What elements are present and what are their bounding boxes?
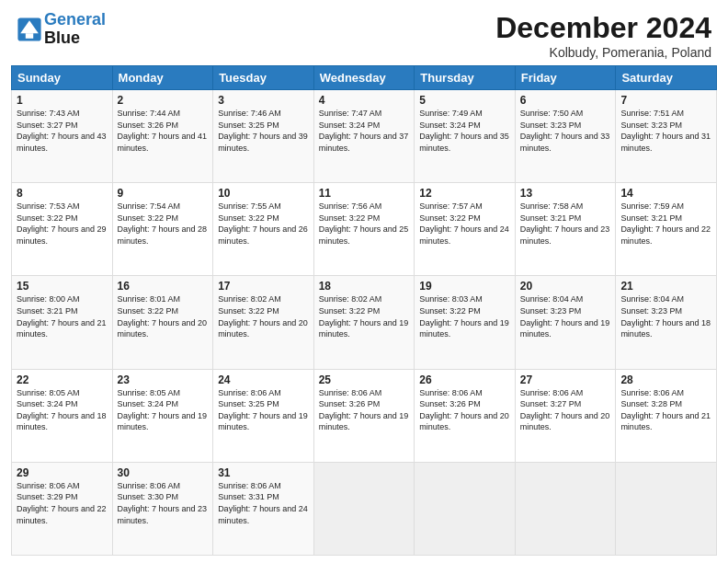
day-number: 21: [620, 280, 711, 293]
day-cell: 23 Sunrise: 8:05 AM Sunset: 3:24 PM Dayl…: [112, 369, 213, 462]
day-number: 19: [419, 280, 510, 293]
day-info: Sunrise: 8:04 AM Sunset: 3:23 PM Dayligh…: [620, 294, 711, 339]
day-cell: 13 Sunrise: 7:58 AM Sunset: 3:21 PM Dayl…: [515, 183, 616, 276]
day-number: 18: [319, 280, 410, 293]
day-info: Sunrise: 7:44 AM Sunset: 3:26 PM Dayligh…: [118, 109, 208, 153]
day-cell: 3 Sunrise: 7:46 AM Sunset: 3:25 PM Dayli…: [213, 90, 314, 183]
title-block: December 2024 Kolbudy, Pomerania, Poland: [495, 11, 711, 60]
day-number: 28: [620, 373, 711, 386]
day-cell: 15 Sunrise: 8:00 AM Sunset: 3:21 PM Dayl…: [12, 276, 113, 369]
header-row: SundayMondayTuesdayWednesdayThursdayFrid…: [12, 66, 717, 90]
logo-blue: Blue: [44, 29, 80, 47]
day-cell: 31 Sunrise: 8:06 AM Sunset: 3:31 PM Dayl…: [213, 462, 314, 555]
day-cell: 16 Sunrise: 8:01 AM Sunset: 3:22 PM Dayl…: [112, 276, 213, 369]
day-cell: 12 Sunrise: 7:57 AM Sunset: 3:22 PM Dayl…: [415, 183, 516, 276]
day-info: Sunrise: 8:02 AM Sunset: 3:22 PM Dayligh…: [319, 294, 409, 339]
day-cell: 19 Sunrise: 8:03 AM Sunset: 3:22 PM Dayl…: [415, 276, 516, 369]
location: Kolbudy, Pomerania, Poland: [495, 45, 711, 60]
day-cell: 29 Sunrise: 8:06 AM Sunset: 3:29 PM Dayl…: [12, 462, 113, 555]
day-cell: [415, 462, 516, 555]
day-info: Sunrise: 7:58 AM Sunset: 3:21 PM Dayligh…: [520, 201, 610, 246]
day-cell: 4 Sunrise: 7:47 AM Sunset: 3:24 PM Dayli…: [313, 90, 415, 183]
day-number: 5: [419, 94, 510, 107]
day-info: Sunrise: 7:51 AM Sunset: 3:23 PM Dayligh…: [620, 109, 711, 153]
day-info: Sunrise: 8:04 AM Sunset: 3:23 PM Dayligh…: [520, 294, 610, 339]
day-info: Sunrise: 7:55 AM Sunset: 3:22 PM Dayligh…: [218, 201, 308, 246]
day-info: Sunrise: 8:06 AM Sunset: 3:27 PM Dayligh…: [520, 388, 610, 432]
day-header-friday: Friday: [515, 66, 616, 90]
page: General Blue December 2024 Kolbudy, Pome…: [0, 0, 728, 563]
logo-text: General Blue: [44, 11, 106, 48]
day-cell: 10 Sunrise: 7:55 AM Sunset: 3:22 PM Dayl…: [213, 183, 314, 276]
day-cell: 24 Sunrise: 8:06 AM Sunset: 3:25 PM Dayl…: [213, 369, 314, 462]
calendar: SundayMondayTuesdayWednesdayThursdayFrid…: [0, 65, 728, 563]
day-number: 22: [17, 373, 108, 386]
day-cell: 8 Sunrise: 7:53 AM Sunset: 3:22 PM Dayli…: [12, 183, 113, 276]
day-info: Sunrise: 8:06 AM Sunset: 3:29 PM Dayligh…: [17, 481, 107, 525]
day-number: 6: [520, 94, 611, 107]
day-cell: 14 Sunrise: 7:59 AM Sunset: 3:21 PM Dayl…: [616, 183, 717, 276]
day-info: Sunrise: 8:06 AM Sunset: 3:28 PM Dayligh…: [620, 388, 711, 432]
day-cell: 30 Sunrise: 8:06 AM Sunset: 3:30 PM Dayl…: [112, 462, 213, 555]
day-number: 26: [419, 373, 510, 386]
logo-icon: [17, 17, 42, 42]
day-number: 17: [218, 280, 309, 293]
day-info: Sunrise: 8:06 AM Sunset: 3:26 PM Dayligh…: [319, 388, 409, 432]
day-cell: 11 Sunrise: 7:56 AM Sunset: 3:22 PM Dayl…: [313, 183, 415, 276]
day-info: Sunrise: 8:05 AM Sunset: 3:24 PM Dayligh…: [17, 388, 107, 432]
week-row: 1 Sunrise: 7:43 AM Sunset: 3:27 PM Dayli…: [12, 90, 717, 183]
day-cell: [313, 462, 415, 555]
day-number: 20: [520, 280, 611, 293]
day-number: 13: [520, 187, 611, 200]
logo-general: General: [44, 10, 106, 29]
day-cell: 28 Sunrise: 8:06 AM Sunset: 3:28 PM Dayl…: [616, 369, 717, 462]
header: General Blue December 2024 Kolbudy, Pome…: [0, 0, 728, 65]
day-info: Sunrise: 7:54 AM Sunset: 3:22 PM Dayligh…: [118, 201, 208, 246]
day-number: 12: [419, 187, 510, 200]
day-cell: 6 Sunrise: 7:50 AM Sunset: 3:23 PM Dayli…: [515, 90, 616, 183]
week-row: 22 Sunrise: 8:05 AM Sunset: 3:24 PM Dayl…: [12, 369, 717, 462]
day-header-monday: Monday: [112, 66, 213, 90]
day-info: Sunrise: 8:06 AM Sunset: 3:26 PM Dayligh…: [419, 388, 509, 432]
day-info: Sunrise: 7:59 AM Sunset: 3:21 PM Dayligh…: [620, 201, 711, 246]
day-number: 31: [218, 466, 309, 479]
day-header-thursday: Thursday: [415, 66, 516, 90]
day-cell: 22 Sunrise: 8:05 AM Sunset: 3:24 PM Dayl…: [12, 369, 113, 462]
day-cell: 21 Sunrise: 8:04 AM Sunset: 3:23 PM Dayl…: [616, 276, 717, 369]
day-number: 9: [118, 187, 209, 200]
week-row: 8 Sunrise: 7:53 AM Sunset: 3:22 PM Dayli…: [12, 183, 717, 276]
day-cell: [515, 462, 616, 555]
day-header-wednesday: Wednesday: [313, 66, 415, 90]
month-title: December 2024: [495, 11, 711, 45]
day-number: 25: [319, 373, 410, 386]
day-info: Sunrise: 8:06 AM Sunset: 3:30 PM Dayligh…: [118, 481, 208, 525]
day-info: Sunrise: 7:46 AM Sunset: 3:25 PM Dayligh…: [218, 109, 308, 153]
day-number: 10: [218, 187, 309, 200]
day-info: Sunrise: 8:01 AM Sunset: 3:22 PM Dayligh…: [118, 294, 208, 339]
day-number: 29: [17, 466, 108, 479]
day-info: Sunrise: 8:05 AM Sunset: 3:24 PM Dayligh…: [118, 388, 208, 432]
day-header-saturday: Saturday: [616, 66, 717, 90]
day-info: Sunrise: 7:57 AM Sunset: 3:22 PM Dayligh…: [419, 201, 509, 246]
day-info: Sunrise: 8:06 AM Sunset: 3:31 PM Dayligh…: [218, 481, 308, 525]
day-number: 23: [118, 373, 209, 386]
day-info: Sunrise: 7:47 AM Sunset: 3:24 PM Dayligh…: [319, 109, 409, 153]
logo: General Blue: [17, 11, 106, 48]
day-info: Sunrise: 8:00 AM Sunset: 3:21 PM Dayligh…: [17, 294, 107, 339]
day-cell: 9 Sunrise: 7:54 AM Sunset: 3:22 PM Dayli…: [112, 183, 213, 276]
calendar-table: SundayMondayTuesdayWednesdayThursdayFrid…: [11, 65, 717, 556]
day-header-tuesday: Tuesday: [213, 66, 314, 90]
day-number: 1: [17, 94, 108, 107]
day-cell: 27 Sunrise: 8:06 AM Sunset: 3:27 PM Dayl…: [515, 369, 616, 462]
day-number: 24: [218, 373, 309, 386]
day-cell: 17 Sunrise: 8:02 AM Sunset: 3:22 PM Dayl…: [213, 276, 314, 369]
day-number: 4: [319, 94, 410, 107]
day-info: Sunrise: 8:06 AM Sunset: 3:25 PM Dayligh…: [218, 388, 308, 432]
day-info: Sunrise: 8:02 AM Sunset: 3:22 PM Dayligh…: [218, 294, 308, 339]
day-cell: 25 Sunrise: 8:06 AM Sunset: 3:26 PM Dayl…: [313, 369, 415, 462]
day-cell: 2 Sunrise: 7:44 AM Sunset: 3:26 PM Dayli…: [112, 90, 213, 183]
day-cell: 18 Sunrise: 8:02 AM Sunset: 3:22 PM Dayl…: [313, 276, 415, 369]
day-info: Sunrise: 7:49 AM Sunset: 3:24 PM Dayligh…: [419, 109, 509, 153]
day-number: 15: [17, 280, 108, 293]
week-row: 15 Sunrise: 8:00 AM Sunset: 3:21 PM Dayl…: [12, 276, 717, 369]
